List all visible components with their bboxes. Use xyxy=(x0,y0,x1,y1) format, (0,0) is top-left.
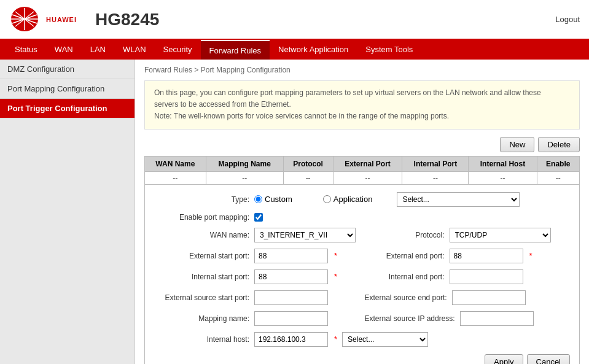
form-row-ext-ports: External start port: * External end port… xyxy=(154,249,570,263)
nav-network-application[interactable]: Network Application xyxy=(270,40,357,60)
enable-checkbox[interactable] xyxy=(254,213,263,222)
apply-button[interactable]: Apply xyxy=(485,354,523,364)
product-title: HG8245 xyxy=(95,10,159,29)
form-row-wan-protocol: WAN name: 3_INTERNET_R_VII Protocol: TCP… xyxy=(154,228,570,242)
logout-button[interactable]: Logout xyxy=(555,15,580,24)
form-row-enable: Enable port mapping: xyxy=(154,213,570,222)
col-mapping-name: Mapping Name xyxy=(206,156,283,171)
breadcrumb: Forward Rules > Port Mapping Configurati… xyxy=(144,66,580,74)
header: HUAWEI HG8245 Logout xyxy=(0,0,589,40)
info-box: On this page, you can configure port map… xyxy=(144,80,580,130)
main-nav: Status WAN LAN WLAN Security Forward Rul… xyxy=(0,40,589,60)
table-dash-row: -- -- -- -- -- -- -- xyxy=(145,171,580,184)
int-end-col: Internal end port: xyxy=(365,269,571,284)
ext-src-start-port-input[interactable] xyxy=(254,290,328,305)
type-application-radio[interactable] xyxy=(323,195,331,203)
button-bar: New Delete xyxy=(144,137,580,152)
dash-ext-port: -- xyxy=(333,171,402,184)
ext-end-port-input[interactable] xyxy=(450,249,523,263)
config-table: WAN Name Mapping Name Protocol External … xyxy=(144,156,580,185)
protocol-label: Protocol: xyxy=(365,231,445,239)
int-start-port-input[interactable] xyxy=(254,269,328,284)
nav-wlan[interactable]: WLAN xyxy=(114,40,155,60)
action-bar: Apply Cancel xyxy=(154,354,570,364)
form-row-mapping-ip: Mapping name: External source IP address… xyxy=(154,311,570,326)
sidebar-item-dmz[interactable]: DMZ Configuration xyxy=(0,60,135,79)
sidebar: DMZ Configuration Port Mapping Configura… xyxy=(0,60,135,364)
wan-name-select[interactable]: 3_INTERNET_R_VII xyxy=(254,228,356,242)
col-protocol: Protocol xyxy=(283,156,333,171)
ext-src-end-label: External source end port: xyxy=(365,293,447,302)
type-application-radio-label[interactable]: Application xyxy=(323,195,373,204)
col-enable: Enable xyxy=(537,156,579,171)
internal-host-input[interactable] xyxy=(254,332,328,347)
form-row-type: Type: Custom Application Select... xyxy=(154,192,570,207)
col-internal-host: Internal Host xyxy=(469,156,537,171)
form-row-ext-src-ports: External source start port: External sou… xyxy=(154,290,570,305)
sidebar-item-port-trigger[interactable]: Port Trigger Configuration xyxy=(0,99,135,118)
form-area: Type: Custom Application Select... xyxy=(144,185,580,364)
wan-name-label: WAN name: xyxy=(154,231,249,239)
info-line3: Note: The well-known ports for voice ser… xyxy=(154,112,449,120)
dash-int-host: -- xyxy=(469,171,537,184)
mapping-name-input[interactable] xyxy=(254,311,328,326)
protocol-select[interactable]: TCP/UDP TCP UDP xyxy=(450,228,551,242)
ext-src-ip-input[interactable] xyxy=(460,311,534,326)
new-button[interactable]: New xyxy=(500,137,534,152)
internal-host-required: * xyxy=(334,335,337,344)
dash-protocol: -- xyxy=(283,171,333,184)
internal-host-select[interactable]: Select... 192.168.100.1 192.168.100.2 19… xyxy=(342,332,428,347)
dash-wan: -- xyxy=(145,171,206,184)
sidebar-item-port-mapping[interactable]: Port Mapping Configuration xyxy=(0,79,135,99)
ext-start-col: External start port: * xyxy=(154,249,360,263)
type-custom-label: Custom xyxy=(265,195,292,204)
wan-col: WAN name: 3_INTERNET_R_VII xyxy=(154,228,360,242)
internal-host-label: Internal host: xyxy=(154,335,249,344)
delete-button[interactable]: Delete xyxy=(538,137,580,152)
int-start-label: Internal start port: xyxy=(154,273,249,281)
nav-system-tools[interactable]: System Tools xyxy=(357,40,421,60)
ext-start-label: External start port: xyxy=(154,252,249,260)
brand-name: HUAWEI xyxy=(46,16,77,23)
huawei-logo-icon xyxy=(9,6,40,33)
nav-security[interactable]: Security xyxy=(155,40,201,60)
ext-start-required: * xyxy=(334,251,337,260)
ext-src-ip-label: External source IP address: xyxy=(365,314,455,323)
cancel-button[interactable]: Cancel xyxy=(527,354,570,364)
type-application-label: Application xyxy=(334,195,373,204)
mapping-name-label: Mapping name: xyxy=(154,314,249,323)
dash-enable: -- xyxy=(537,171,579,184)
nav-wan[interactable]: WAN xyxy=(46,40,82,60)
protocol-col: Protocol: TCP/UDP TCP UDP xyxy=(365,228,571,242)
col-external-port: External Port xyxy=(333,156,402,171)
ext-end-label: External end port: xyxy=(365,252,445,260)
int-end-port-input[interactable] xyxy=(450,269,523,284)
application-select[interactable]: Select... xyxy=(397,192,520,207)
col-wan-name: WAN Name xyxy=(145,156,206,171)
col-internal-port: Internal Port xyxy=(402,156,469,171)
ext-src-end-port-input[interactable] xyxy=(452,290,526,305)
nav-lan[interactable]: LAN xyxy=(82,40,114,60)
dash-mapping: -- xyxy=(206,171,283,184)
ext-start-port-input[interactable] xyxy=(254,249,328,263)
ext-end-required: * xyxy=(529,251,532,260)
type-custom-radio-label[interactable]: Custom xyxy=(254,195,292,204)
type-section: Custom Application Select... xyxy=(254,192,570,207)
ext-src-ip-col: External source IP address: xyxy=(365,311,571,326)
int-start-col: Internal start port: * xyxy=(154,269,360,284)
mapping-name-col: Mapping name: xyxy=(154,311,360,326)
nav-forward-rules[interactable]: Forward Rules xyxy=(201,40,270,60)
info-line1: On this page, you can configure port map… xyxy=(154,88,541,97)
nav-status[interactable]: Status xyxy=(6,40,46,60)
type-label: Type: xyxy=(154,195,249,204)
logo-area: HUAWEI xyxy=(9,6,89,33)
info-line2: servers to be accessed from the Ethernet… xyxy=(154,100,291,109)
type-custom-radio[interactable] xyxy=(254,195,262,203)
form-row-int-ports: Internal start port: * Internal end port… xyxy=(154,269,570,284)
int-start-required: * xyxy=(334,272,337,281)
ext-end-col: External end port: * xyxy=(365,249,571,263)
enable-label: Enable port mapping: xyxy=(154,213,249,222)
content-area: Forward Rules > Port Mapping Configurati… xyxy=(135,60,589,364)
ext-src-end-col: External source end port: xyxy=(365,290,571,305)
ext-src-start-col: External source start port: xyxy=(154,290,360,305)
